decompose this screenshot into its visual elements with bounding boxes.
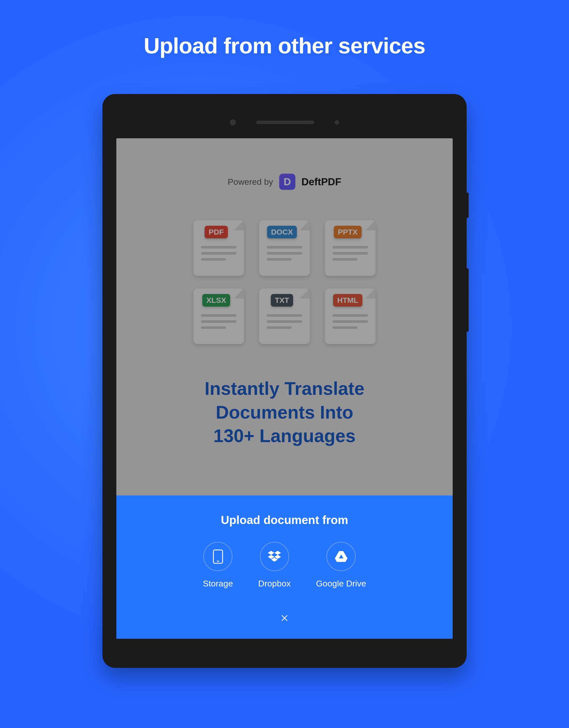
source-label: Storage [203,579,233,588]
hero-line-2: Documents Into [116,401,453,424]
app-content: Powered by D DeftPDF PDF DOCX [116,138,453,639]
hero-line-1: Instantly Translate [116,377,453,401]
hero-line-3: 130+ Languages [116,424,453,448]
file-badge-pdf: PDF [204,226,228,238]
upload-source-dropbox[interactable]: Dropbox [258,542,291,588]
dropbox-icon [260,542,289,571]
file-badge-html: HTML [333,294,362,307]
sensor-icon [335,120,339,125]
camera-icon [230,119,236,125]
file-badge-docx: DOCX [267,226,297,238]
file-type-pptx: PPTX [325,220,376,276]
file-type-pdf: PDF [193,220,244,276]
upload-source-storage[interactable]: Storage [203,542,233,588]
page-title: Upload from other services [144,33,425,59]
file-type-xlsx: XLSX [193,288,244,344]
source-label: Dropbox [258,579,291,588]
tablet-screen: Powered by D DeftPDF PDF DOCX [116,138,453,639]
brand-logo-icon: D [279,174,296,190]
tablet-frame: Powered by D DeftPDF PDF DOCX [102,94,467,668]
powered-by-label: Powered by [227,177,273,187]
upload-bottom-sheet: Upload document from Storage Dropbox [116,495,453,639]
main-area: Powered by D DeftPDF PDF DOCX [116,138,453,448]
file-badge-xlsx: XLSX [202,294,230,307]
file-type-docx: DOCX [259,220,310,276]
brand-name: DeftPDF [302,176,342,188]
speaker-icon [256,121,314,124]
svg-rect-1 [217,561,219,561]
file-type-grid: PDF DOCX PPTX XLSX [116,220,453,344]
file-badge-pptx: PPTX [334,226,362,238]
google-drive-icon [327,542,356,571]
tablet-volume-button [467,268,469,332]
file-type-txt: TXT [259,288,310,344]
sheet-title: Upload document from [126,513,443,527]
storage-icon [203,542,232,571]
file-badge-txt: TXT [271,294,294,307]
hero-text: Instantly Translate Documents Into 130+ … [116,377,453,448]
file-type-html: HTML [325,288,376,344]
tablet-bezel [230,119,339,125]
upload-sources-row: Storage Dropbox Google Drive [126,542,443,588]
close-icon [281,615,288,622]
tablet-side-button [467,193,469,218]
close-button[interactable] [279,612,290,624]
upload-source-google-drive[interactable]: Google Drive [316,542,366,588]
source-label: Google Drive [316,579,366,588]
powered-by-row: Powered by D DeftPDF [116,174,453,190]
